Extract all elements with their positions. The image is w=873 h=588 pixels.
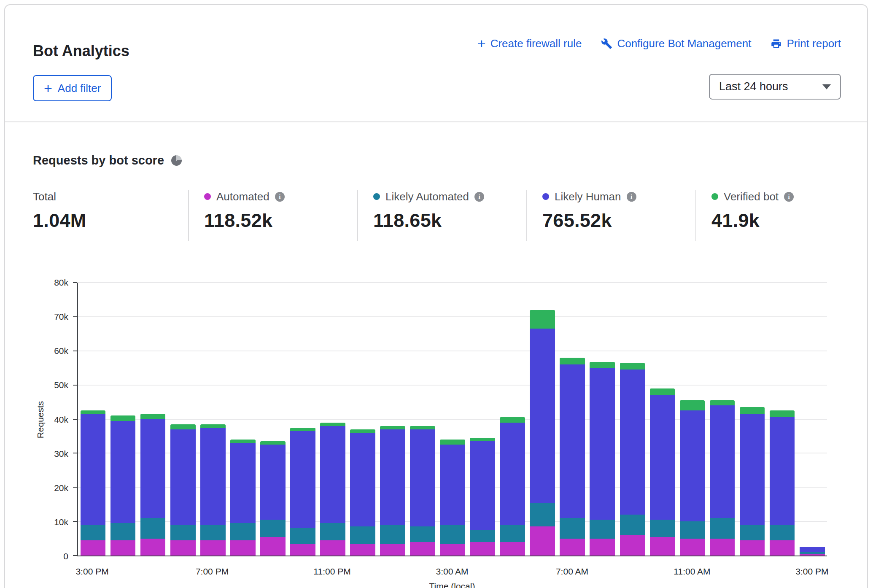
- stat-label: Total: [33, 190, 56, 203]
- likely-human-legend-dot: [542, 193, 549, 200]
- add-filter-button[interactable]: Add filter: [33, 75, 112, 101]
- bar-4[interactable]: [198, 283, 228, 556]
- segment-verified-bot: [620, 363, 645, 370]
- x-tick-label: 3:00 AM: [436, 566, 468, 577]
- segment-likely-automated: [170, 525, 196, 540]
- y-axis-tick: [73, 351, 77, 351]
- segment-likely-human: [320, 426, 345, 523]
- segment-verified-bot: [560, 358, 585, 364]
- segment-automated: [680, 539, 705, 556]
- bar-17[interactable]: [587, 283, 617, 556]
- stacked-bars: [78, 283, 827, 556]
- segment-likely-human: [110, 421, 136, 523]
- info-icon[interactable]: [474, 192, 484, 202]
- segment-verified-bot: [350, 429, 375, 433]
- bar-5[interactable]: [228, 283, 258, 556]
- bar-1[interactable]: [108, 283, 138, 556]
- segment-likely-human: [770, 417, 795, 525]
- segment-verified-bot: [170, 424, 196, 429]
- segment-automated: [200, 540, 226, 556]
- likely-automated-legend-dot: [373, 193, 380, 200]
- segment-automated: [290, 544, 315, 556]
- stat-value: 41.9k: [711, 210, 847, 232]
- bar-11[interactable]: [408, 283, 438, 556]
- stat-total: Total 1.04M: [33, 190, 188, 241]
- segment-likely-human: [560, 364, 585, 518]
- add-filter-label: Add filter: [58, 82, 101, 95]
- segment-automated: [590, 539, 615, 556]
- stat-automated: Automated 118.52k: [188, 190, 357, 241]
- bar-0[interactable]: [78, 283, 108, 556]
- bar-20[interactable]: [677, 283, 707, 556]
- bar-16[interactable]: [558, 283, 587, 556]
- bar-12[interactable]: [438, 283, 468, 556]
- bar-23[interactable]: [767, 283, 797, 556]
- y-axis-tick: [73, 419, 77, 420]
- bar-21[interactable]: [707, 283, 737, 556]
- segment-verified-bot: [500, 417, 525, 422]
- segment-verified-bot: [260, 441, 286, 445]
- segment-likely-automated: [710, 518, 735, 539]
- bar-22[interactable]: [737, 283, 767, 556]
- info-icon[interactable]: [627, 192, 636, 202]
- info-icon[interactable]: [784, 192, 794, 202]
- x-tick-label: 11:00 AM: [674, 566, 710, 577]
- segment-automated: [470, 542, 495, 556]
- segment-likely-human: [710, 405, 735, 518]
- bar-13[interactable]: [468, 283, 498, 556]
- segment-automated: [530, 526, 555, 556]
- stat-label: Likely Human: [555, 190, 621, 203]
- bar-7[interactable]: [288, 283, 318, 556]
- y-tick-label: 0: [63, 551, 68, 561]
- segment-automated: [320, 540, 345, 556]
- info-icon[interactable]: [275, 192, 285, 202]
- bar-15[interactable]: [528, 283, 558, 556]
- print-report-link[interactable]: Print report: [771, 37, 841, 50]
- bar-19[interactable]: [647, 283, 677, 556]
- segment-likely-human: [200, 428, 226, 525]
- x-tick-label: 3:00 PM: [75, 566, 108, 577]
- segment-likely-automated: [320, 523, 345, 540]
- segment-automated: [140, 539, 166, 556]
- x-axis-tick-labels: 3:00 PM7:00 PM11:00 PM3:00 AM7:00 AM11:0…: [77, 566, 827, 579]
- bar-14[interactable]: [498, 283, 528, 556]
- segment-likely-human: [470, 441, 495, 530]
- segment-likely-automated: [290, 528, 315, 543]
- segment-likely-automated: [590, 520, 615, 538]
- segment-automated: [620, 535, 645, 556]
- bar-18[interactable]: [617, 283, 647, 556]
- segment-verified-bot: [770, 410, 795, 417]
- time-range-select[interactable]: Last 24 hours: [709, 74, 841, 100]
- verified-bot-legend-dot: [711, 193, 718, 200]
- bar-10[interactable]: [377, 283, 407, 556]
- stat-value: 1.04M: [33, 210, 188, 232]
- stat-label: Automated: [216, 190, 269, 203]
- bar-3[interactable]: [168, 283, 198, 556]
- header-divider: [5, 121, 867, 122]
- configure-bot-management-link[interactable]: Configure Bot Management: [601, 37, 751, 50]
- segment-likely-human: [140, 419, 166, 518]
- x-tick-label: 7:00 PM: [196, 566, 229, 577]
- segment-automated: [380, 544, 405, 556]
- x-axis-title: Time (local): [429, 581, 475, 588]
- wrench-icon: [601, 38, 612, 49]
- segment-automated: [230, 540, 256, 556]
- segment-likely-human: [620, 370, 645, 515]
- segment-likely-automated: [770, 525, 795, 540]
- segment-likely-human: [380, 429, 405, 525]
- segment-verified-bot: [680, 400, 705, 410]
- segment-verified-bot: [290, 428, 315, 431]
- segment-likely-automated: [560, 518, 585, 539]
- segment-likely-human: [290, 431, 315, 528]
- bar-9[interactable]: [348, 283, 377, 556]
- section-title: Requests by bot score: [33, 154, 164, 167]
- segment-verified-bot: [590, 362, 615, 368]
- segment-automated: [440, 544, 465, 556]
- segment-automated: [110, 540, 136, 556]
- bar-6[interactable]: [258, 283, 288, 556]
- bar-8[interactable]: [318, 283, 348, 556]
- bar-24[interactable]: [797, 283, 827, 556]
- segment-likely-automated: [110, 523, 136, 540]
- bar-2[interactable]: [138, 283, 168, 556]
- create-firewall-rule-link[interactable]: Create firewall rule: [477, 37, 582, 50]
